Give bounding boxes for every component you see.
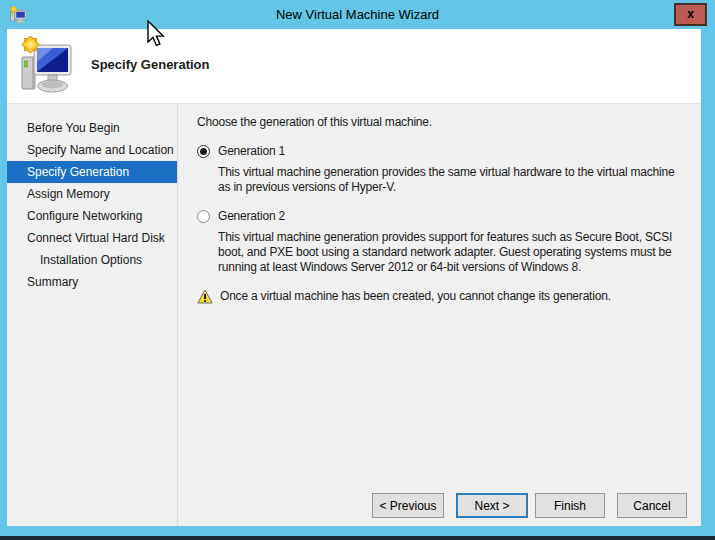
sidebar-item-assign-memory[interactable]: Assign Memory (7, 183, 177, 205)
sidebar-item-installation-options[interactable]: Installation Options (7, 249, 177, 271)
generation-2-radio[interactable] (197, 210, 210, 223)
sidebar-item-specify-generation[interactable]: Specify Generation (7, 161, 177, 183)
wizard-window: Specify Generation Before You Begin Spec… (7, 29, 701, 526)
generation-warning-text: Once a virtual machine has been created,… (220, 289, 611, 304)
sidebar-item-connect-virtual-hard-disk[interactable]: Connect Virtual Hard Disk (7, 227, 177, 249)
new-vm-computer-icon (19, 36, 73, 98)
sidebar-item-configure-networking[interactable]: Configure Networking (7, 205, 177, 227)
wizard-steps-sidebar: Before You Begin Specify Name and Locati… (7, 105, 178, 526)
intro-text: Choose the generation of this virtual ma… (197, 115, 687, 130)
sidebar-item-summary[interactable]: Summary (7, 271, 177, 293)
next-button[interactable]: Next > (456, 493, 528, 518)
generation-1-description: This virtual machine generation provides… (218, 165, 687, 195)
generation-1-label[interactable]: Generation 1 (218, 144, 285, 159)
finish-button[interactable]: Finish (535, 493, 605, 518)
generation-1-radio[interactable] (197, 145, 210, 158)
wizard-button-bar: < Previous Next > Finish Cancel (372, 493, 687, 518)
sidebar-item-before-you-begin[interactable]: Before You Begin (7, 117, 177, 139)
generation-2-label[interactable]: Generation 2 (218, 209, 285, 224)
screen-bottom-edge (0, 536, 715, 540)
close-button[interactable]: x (674, 3, 707, 26)
wizard-page-content: Choose the generation of this virtual ma… (178, 105, 701, 526)
warning-icon (197, 289, 213, 304)
cancel-button[interactable]: Cancel (617, 493, 687, 518)
window-title: New Virtual Machine Wizard (0, 0, 715, 29)
window-titlebar[interactable]: New Virtual Machine Wizard x (0, 0, 715, 29)
wizard-header: Specify Generation (7, 29, 701, 104)
sidebar-item-specify-name-and-location[interactable]: Specify Name and Location (7, 139, 177, 161)
generation-2-description: This virtual machine generation provides… (218, 230, 687, 275)
page-title: Specify Generation (91, 57, 209, 72)
previous-button[interactable]: < Previous (372, 493, 444, 518)
desktop-background: New Virtual Machine Wizard x (0, 0, 715, 540)
